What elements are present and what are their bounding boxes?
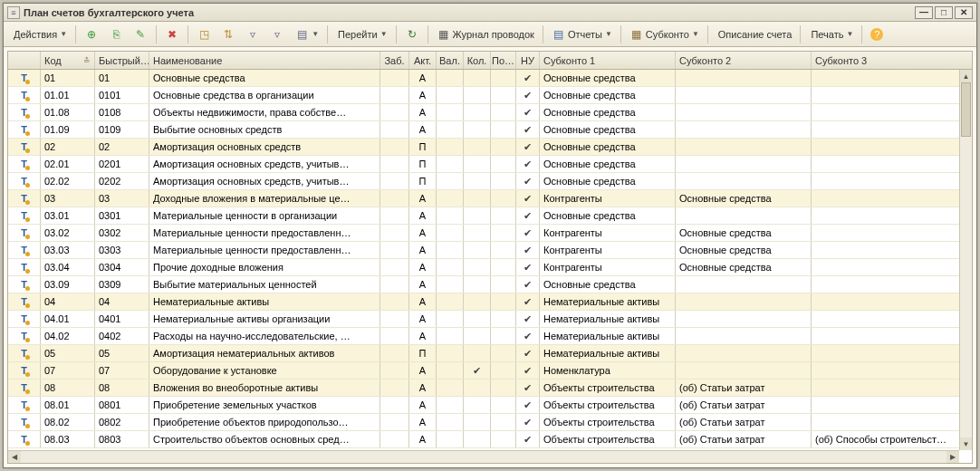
- cell-name: Строительство объектов основных сред…: [149, 431, 380, 447]
- cell-kol: [464, 431, 491, 447]
- table-row[interactable]: T0303Доходные вложения в материальные це…: [8, 190, 972, 207]
- cell-po: [491, 293, 516, 310]
- col-akt[interactable]: Акт.: [409, 52, 437, 69]
- subkonto-menu-button[interactable]: ▦ Субконто▼: [625, 24, 704, 44]
- col-s1[interactable]: Субконто 1: [540, 52, 676, 69]
- add-button[interactable]: ⊕: [80, 24, 103, 44]
- table-row[interactable]: T01.080108Объекты недвижимости, права со…: [8, 104, 972, 121]
- cell-s3: [812, 190, 947, 207]
- col-kod[interactable]: Код≛: [41, 52, 95, 69]
- cell-zab: [380, 190, 409, 207]
- cell-po: [491, 242, 516, 258]
- col-kol[interactable]: Кол.: [464, 52, 491, 69]
- print-menu-button[interactable]: Печать▼: [804, 24, 858, 44]
- maximize-button[interactable]: □: [935, 6, 953, 19]
- col-po[interactable]: По…: [491, 52, 516, 69]
- cell-name: Нематериальные активы организации: [149, 311, 380, 327]
- cell-zab: [380, 328, 409, 344]
- filter-clear-button[interactable]: ▿: [265, 24, 289, 44]
- account-type-icon: T: [21, 245, 27, 255]
- help-button[interactable]: ?: [866, 24, 888, 44]
- table-row[interactable]: T0808Вложения во внеоборотные активыА✔Об…: [8, 380, 972, 397]
- col-s3[interactable]: Субконто 3: [812, 52, 947, 69]
- table-row[interactable]: T01.090109Выбытие основных средствА✔Осно…: [8, 121, 972, 139]
- col-val[interactable]: Вал.: [437, 52, 464, 69]
- scroll-up-icon[interactable]: ▲: [960, 70, 972, 82]
- scroll-thumb[interactable]: [961, 82, 971, 137]
- table-row[interactable]: T03.010301Материальные ценности в органи…: [8, 207, 972, 225]
- subkonto-icon: ▦: [629, 27, 644, 42]
- col-zab[interactable]: Заб.: [380, 52, 409, 69]
- cell-s3: [812, 121, 947, 138]
- account-desc-button[interactable]: Описание счета: [712, 24, 797, 44]
- cell-kod: 03.01: [41, 207, 95, 224]
- cell-kol: [464, 242, 491, 258]
- cell-po: [491, 87, 516, 103]
- cell-akt: П: [409, 156, 437, 172]
- vertical-scrollbar[interactable]: ▲ ▼: [959, 70, 972, 450]
- hierarchy-button[interactable]: ◳: [192, 24, 216, 44]
- minimize-button[interactable]: —: [915, 6, 933, 19]
- scroll-right-icon[interactable]: ▶: [946, 451, 959, 463]
- journal-button[interactable]: ▦ Журнал проводок: [432, 24, 539, 44]
- cell-name: Приобретение объектов природопользо…: [149, 414, 380, 430]
- table-row[interactable]: T0707Оборудование к установкеА✔✔Номенкла…: [8, 362, 972, 380]
- cell-name: Выбытие основных средств: [149, 121, 380, 138]
- filter-button[interactable]: ▿: [241, 24, 264, 44]
- table-row[interactable]: T02.020202Амортизация основных средств, …: [8, 173, 972, 190]
- scroll-down-icon[interactable]: ▼: [960, 437, 972, 450]
- table-row[interactable]: T08.030803Строительство объектов основны…: [8, 431, 972, 448]
- table-row[interactable]: T08.010801Приобретение земельных участко…: [8, 397, 972, 414]
- table-row[interactable]: T0101Основные средстваА✔Основные средств…: [8, 70, 972, 87]
- table-row[interactable]: T02.010201Амортизация основных средств, …: [8, 156, 972, 173]
- table-row[interactable]: T08.020802Приобретение объектов природоп…: [8, 414, 972, 431]
- close-button[interactable]: ✕: [955, 6, 973, 19]
- reports-menu-button[interactable]: ▤ Отчеты▼: [547, 24, 617, 44]
- cell-s3: (об) Способы строительст…: [812, 431, 947, 447]
- cell-akt: А: [409, 276, 437, 293]
- table-row[interactable]: T0202Амортизация основных средствП✔Основ…: [8, 139, 972, 156]
- col-nu[interactable]: НУ: [516, 52, 540, 69]
- check-icon: ✔: [524, 72, 532, 84]
- cell-kod: 01.09: [41, 121, 95, 138]
- table-row[interactable]: T04.020402Расходы на научно-исследовател…: [8, 328, 972, 345]
- table-row[interactable]: T01.010101Основные средства в организаци…: [8, 87, 972, 104]
- scroll-left-icon[interactable]: ◀: [8, 451, 21, 463]
- move-button[interactable]: ⇅: [216, 24, 240, 44]
- cell-akt: А: [409, 431, 437, 447]
- table-row[interactable]: T0505Амортизация нематериальных активовП…: [8, 345, 972, 362]
- cell-zab: [380, 173, 409, 189]
- actions-menu-button[interactable]: Действия▼: [7, 24, 72, 44]
- funnel-off-icon: ▿: [270, 27, 284, 42]
- col-fast[interactable]: Быстрый…: [95, 52, 149, 69]
- col-name[interactable]: Наименование: [149, 52, 380, 69]
- toolbar: Действия▼ ⊕ ⎘ ✎ ✖ ◳ ⇅ ▿ ▿ ▤▼ Перейти▼ ↻ …: [4, 22, 976, 47]
- cell-zab: [380, 345, 409, 361]
- cell-s2: [676, 87, 812, 103]
- copy-button[interactable]: ⎘: [104, 24, 128, 44]
- table-row[interactable]: T04.010401Нематериальные активы организа…: [8, 311, 972, 328]
- horizontal-scrollbar[interactable]: ◀ ▶: [8, 450, 959, 463]
- col-s2[interactable]: Субконто 2: [676, 52, 812, 69]
- table-row[interactable]: T03.090309Выбытие материальных ценностей…: [8, 276, 972, 293]
- cell-kol: [464, 225, 491, 241]
- table-row[interactable]: T03.020302Материальные ценности предоста…: [8, 225, 972, 242]
- cell-icon: T: [8, 87, 41, 103]
- edit-button[interactable]: ✎: [129, 24, 152, 44]
- cell-name: Материальные ценности предоставленн…: [149, 242, 380, 258]
- sort-button[interactable]: ▤▼: [290, 24, 323, 44]
- account-type-icon: T: [21, 159, 27, 169]
- col-icon[interactable]: [8, 52, 41, 69]
- table-row[interactable]: T03.030303Материальные ценности предоста…: [8, 242, 972, 259]
- cell-zab: [380, 311, 409, 327]
- table-row[interactable]: T03.040304Прочие доходные вложенияА✔Конт…: [8, 259, 972, 276]
- refresh-button[interactable]: ↻: [400, 24, 424, 44]
- cell-zab: [380, 104, 409, 120]
- table-row[interactable]: T0404Нематериальные активыА✔Нематериальн…: [8, 293, 972, 311]
- delete-button[interactable]: ✖: [160, 24, 184, 44]
- cell-val: [437, 121, 464, 138]
- goto-menu-button[interactable]: Перейти▼: [331, 24, 392, 44]
- cell-s3: [812, 328, 947, 344]
- cell-s3: [812, 87, 947, 103]
- cell-fast: 04: [95, 293, 149, 310]
